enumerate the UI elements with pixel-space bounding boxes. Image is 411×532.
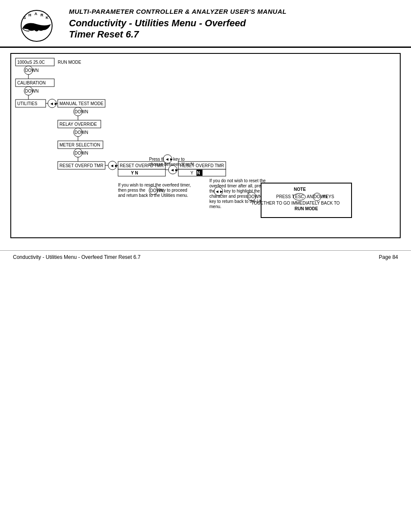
svg-text:RUN MODE: RUN MODE (295, 206, 318, 211)
svg-text:menu.: menu. (209, 204, 221, 209)
svg-text:UTILITIES: UTILITIES (17, 101, 37, 106)
svg-text:DOWN: DOWN (248, 194, 262, 199)
svg-text:key to  proceed: key to proceed (159, 188, 187, 193)
flow-diagram: .diag-svg text { font-family: Arial, san… (11, 54, 386, 222)
svg-text:RESET OVERFD TMR: RESET OVERFD TMR (59, 163, 103, 168)
svg-text:A: A (34, 12, 37, 16)
header-text: MULTI-PARAMETER CONTROLLER & ANALYZER US… (69, 8, 398, 40)
page-title: Conductivity - Utilities Menu - Overfeed… (69, 18, 398, 40)
svg-text:TOGETHER TO GO IMMEDIATELY BAC: TOGETHER TO GO IMMEDIATELY BACK TO (251, 201, 339, 205)
svg-text:DOWN: DOWN (75, 130, 88, 135)
svg-text:ESC: ESC (295, 194, 304, 199)
svg-text:N: N (197, 171, 200, 175)
svg-text:RUN MODE: RUN MODE (58, 60, 81, 65)
svg-text:and return back to the Utiliti: and return back to the Utilities menu. (118, 193, 188, 198)
svg-text:KEYS: KEYS (323, 194, 334, 199)
svg-text:DOWN: DOWN (25, 89, 39, 93)
svg-text:RELAY OVERRIDE: RELAY OVERRIDE (59, 122, 97, 127)
svg-text:key to highlight the N: key to highlight the N (224, 189, 264, 193)
svg-text:◄►: ◄► (50, 101, 58, 106)
svg-text:then press the: then press the (118, 188, 146, 193)
svg-text:S: S (23, 16, 26, 20)
svg-rect-77 (261, 183, 352, 218)
page-header: S H A R K MULTI-PARAMETER CONTROLLER & A… (0, 0, 411, 48)
footer-right: Page 84 (379, 254, 398, 260)
svg-text:H: H (28, 13, 31, 17)
svg-text:DOWN: DOWN (75, 109, 88, 114)
svg-text:choose between Y or N.: choose between Y or N. (149, 162, 195, 167)
svg-text:NOTE: NOTE (294, 187, 306, 192)
svg-text:METER SELECTION: METER SELECTION (59, 143, 100, 147)
diagram-box: .diag-svg text { font-family: Arial, san… (10, 53, 401, 238)
svg-text:CALIBRATION: CALIBRATION (17, 81, 46, 85)
svg-text:Y  N: Y N (131, 171, 138, 175)
main-content: .diag-svg text { font-family: Arial, san… (0, 50, 411, 246)
svg-text:◄►: ◄► (165, 157, 174, 162)
manual-title: MULTI-PARAMETER CONTROLLER & ANALYZER US… (69, 8, 398, 15)
logo: S H A R K (13, 8, 60, 42)
svg-text:key to: key to (173, 157, 185, 162)
svg-text:If you do not wish to reset th: If you do not wish to reset the (209, 178, 266, 183)
svg-text:◄►: ◄► (110, 163, 118, 168)
svg-text:◄►: ◄► (215, 189, 224, 194)
svg-text:◄►: ◄► (170, 168, 179, 172)
svg-text:DOWN: DOWN (25, 68, 39, 73)
svg-text:R: R (40, 13, 44, 17)
svg-rect-44 (118, 169, 165, 176)
svg-text:1000uS  25.0C: 1000uS 25.0C (17, 60, 45, 65)
svg-text:K: K (46, 16, 49, 20)
svg-text:Y: Y (190, 171, 193, 175)
svg-text:MANUAL TEST MODE: MANUAL TEST MODE (59, 101, 103, 106)
svg-text:DOWN: DOWN (75, 151, 88, 156)
footer-left: Conductivity - Utilities Menu - Overfeed… (13, 254, 140, 260)
page-footer: Conductivity - Utilities Menu - Overfeed… (0, 250, 411, 264)
